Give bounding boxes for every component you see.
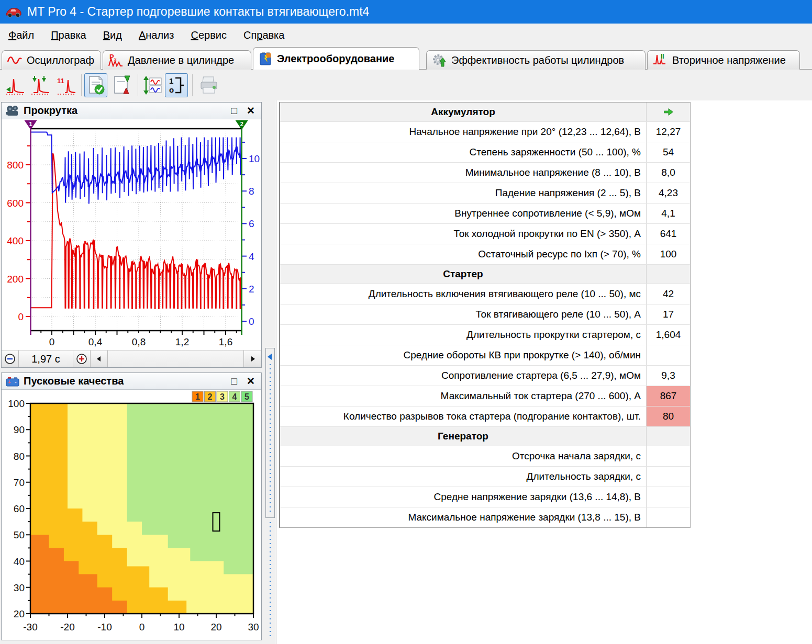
svg-text:-30: -30 — [23, 622, 37, 632]
maximize-button[interactable]: □ — [228, 376, 240, 387]
parameter-value: 100 — [646, 244, 690, 264]
menu-item[interactable]: Сервис — [182, 26, 235, 44]
table-row[interactable]: Начальное напряжение при 20° (12,23 ... … — [280, 122, 690, 142]
svg-text:20: 20 — [210, 622, 221, 632]
cranking-oscillogram[interactable]: 0200400600800024681000,40,81,21,612 — [2, 119, 261, 350]
svg-text:-: - — [15, 378, 17, 385]
table-row[interactable]: Максимальный ток стартера (270 ... 600),… — [280, 386, 690, 406]
logic-levels-button[interactable]: 1 o — [165, 73, 188, 97]
close-button[interactable]: ✕ — [244, 105, 257, 117]
svg-text:o: o — [169, 85, 174, 94]
toolbar: 11 — [0, 70, 812, 100]
parameter-value-alert: 867 — [646, 386, 690, 406]
table-row[interactable]: Количество разрывов тока стартера (подго… — [280, 406, 690, 427]
tab-cylinder-efficiency[interactable]: Эффективность работы цилиндров — [426, 50, 646, 70]
scroll-left-button[interactable] — [91, 351, 108, 367]
table-row[interactable]: Длительность включения втягивающего реле… — [280, 284, 690, 304]
table-row[interactable]: Степень заряженности (50 ... 100), %54 — [280, 142, 690, 163]
svg-text:10: 10 — [173, 622, 184, 632]
parameter-label: Ток втягивающего реле (10 ... 50), А — [280, 304, 646, 324]
svg-text:90: 90 — [14, 424, 25, 435]
table-row[interactable]: Максимальное напряжение зарядки (13,8 ..… — [280, 507, 690, 527]
menu-item[interactable]: Правка — [42, 26, 95, 44]
section-value-cell — [646, 265, 690, 284]
table-row[interactable]: Падение напряжения (2 ... 5), В4,23 — [280, 183, 690, 204]
scroll-right-button[interactable] — [244, 351, 261, 367]
zoom-in-button[interactable] — [73, 351, 91, 367]
section-title: Генератор — [280, 427, 646, 446]
parameter-value: 4,1 — [646, 204, 690, 223]
cranking-panel: Прокрутка □ ✕ 0200400600800024681000,40,… — [1, 102, 262, 368]
zoom-out-button[interactable] — [2, 351, 19, 367]
svg-text:2: 2 — [249, 284, 254, 295]
parameter-label: Минимальное напряжение (8 ... 10), В — [280, 163, 646, 183]
menu-item[interactable]: Файл — [0, 26, 42, 44]
tab-electrical[interactable]: Электрооборудование — [253, 47, 419, 70]
title-bar: MT Pro 4 - Стартер подгоревшие контакты … — [0, 0, 812, 24]
starting-quality-map[interactable]: -30-20-100102030203040506070809010012345 — [2, 390, 261, 640]
starter-motor-icon — [6, 105, 19, 117]
table-row[interactable]: Сопротивление стартера (6,5 ... 27,9), м… — [280, 366, 690, 386]
panel-title: Пусковые качества — [24, 375, 124, 387]
parameter-label: Длительность зарядки, с — [280, 467, 646, 487]
parameter-value: 12,27 — [646, 122, 690, 142]
svg-text:1: 1 — [29, 121, 32, 127]
parameter-label: Средне напряжение зарядки (13,6 ... 14,8… — [280, 487, 646, 507]
parameter-label: Длительность включения втягивающего реле… — [280, 284, 646, 304]
scale-signals-button[interactable] — [141, 73, 164, 97]
table-section-header: Стартер — [280, 265, 690, 284]
parameter-label: Ток холодной прокрутки по EN (> 350), А — [280, 224, 646, 244]
svg-text:10: 10 — [249, 153, 260, 164]
svg-text:0: 0 — [139, 622, 145, 632]
parameter-label: Степень заряженности (50 ... 100), % — [280, 142, 646, 162]
print-button[interactable] — [197, 73, 220, 97]
svg-text:1: 1 — [169, 76, 173, 85]
parameter-label: Количество разрывов тока стартера (подго… — [280, 406, 646, 426]
tab-oscillograph[interactable]: Осциллограф — [2, 50, 101, 70]
table-row[interactable]: Длительность прокрутки стартером, с1,604 — [280, 325, 690, 345]
table-row[interactable]: Минимальное напряжение (8 ... 10), В8,0 — [280, 163, 690, 183]
table-row[interactable]: Длительность зарядки, с — [280, 467, 690, 487]
parameter-value — [646, 345, 690, 365]
table-row[interactable]: Внутреннее сопротивление (< 5,9), мОм4,1 — [280, 204, 690, 224]
parameter-label: Остаточный ресурс по Iхп (> 70), % — [280, 244, 646, 264]
table-row[interactable]: Ток втягивающего реле (10 ... 50), А17 — [280, 304, 690, 325]
signal-numbering-button[interactable]: 11 — [54, 73, 77, 97]
svg-text:2: 2 — [208, 392, 213, 401]
parameter-label: Начальное напряжение при 20° (12,23 ... … — [280, 122, 646, 142]
table-row[interactable]: Средне напряжение зарядки (13,6 ... 14,8… — [280, 487, 690, 507]
table-row[interactable]: Остаточный ресурс по Iхп (> 70), %100 — [280, 244, 690, 265]
maximize-button[interactable]: □ — [228, 105, 240, 117]
legend-quality-4: 4 — [229, 391, 240, 402]
table-row[interactable]: Отсрочка начала зарядки, с — [280, 446, 690, 467]
export-signals-button[interactable] — [110, 73, 134, 97]
pane-splitter[interactable] — [265, 348, 275, 518]
close-button[interactable]: ✕ — [244, 376, 257, 387]
svg-text:70: 70 — [14, 477, 25, 488]
signal-align-button[interactable] — [29, 73, 52, 97]
menu-item[interactable]: Вид — [95, 26, 130, 44]
section-title: Стартер — [280, 265, 646, 284]
svg-text:2: 2 — [240, 121, 243, 127]
legend-quality-3: 3 — [217, 391, 228, 402]
table-row[interactable]: Средние обороты КВ при прокрутке (> 140)… — [280, 345, 690, 366]
window-title: MT Pro 4 - Стартер подгоревшие контакты … — [27, 5, 369, 19]
scrollbar-track[interactable] — [108, 351, 244, 367]
menu-item[interactable]: Анализ — [130, 26, 183, 44]
pane-splitter-dots — [270, 522, 271, 639]
svg-text:0,8: 0,8 — [132, 336, 146, 347]
report-view-button[interactable] — [84, 73, 107, 97]
starting-panel-header: + - Пусковые качества □ ✕ — [2, 373, 261, 390]
time-span-display: 1,97 с — [19, 351, 73, 367]
time-scale-bar: 1,97 с — [2, 350, 261, 367]
diagnostics-table: АккумуляторНачальное напряжение при 20° … — [279, 102, 691, 528]
tab-secondary-voltage[interactable]: II Вторичное напряжение — [647, 50, 800, 70]
svg-text:60: 60 — [14, 503, 25, 514]
svg-text:20: 20 — [14, 608, 25, 619]
tab-cylinder-pressure[interactable]: P x Давление в цилиндре — [103, 50, 251, 70]
signal-cursor-button[interactable] — [4, 73, 27, 97]
green-arrow-icon[interactable] — [646, 103, 690, 121]
parameter-value — [646, 446, 690, 466]
table-row[interactable]: Ток холодной прокрутки по EN (> 350), А6… — [280, 224, 690, 244]
menu-item[interactable]: Справка — [235, 26, 293, 44]
